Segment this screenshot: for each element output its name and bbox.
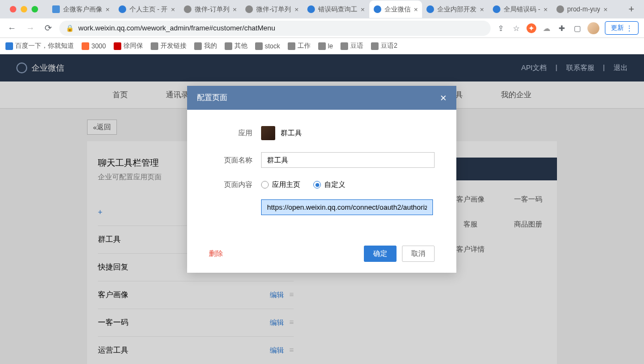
custom-url-input[interactable]	[261, 199, 433, 215]
share-icon[interactable]: ⇪	[496, 23, 506, 33]
back-button[interactable]: ←	[5, 23, 18, 33]
traffic-lights	[4, 6, 44, 12]
label-name: 页面名称	[209, 155, 252, 165]
url-input[interactable]: 🔒 work.weixin.qq.com/wework_admin/frame#…	[59, 21, 491, 36]
favicon	[556, 5, 564, 13]
page-name-input[interactable]	[261, 152, 435, 168]
bookmark[interactable]: 百度一下，你就知道	[5, 41, 74, 51]
folder-icon	[255, 42, 263, 50]
bookmark[interactable]: le	[318, 42, 333, 50]
address-bar: ← → ⟳ 🔒 work.weixin.qq.com/wework_admin/…	[0, 18, 644, 38]
star-icon[interactable]: ☆	[511, 23, 521, 33]
browser-tab[interactable]: 企微客户画像×	[48, 1, 114, 18]
favicon	[307, 5, 315, 13]
folder-icon	[151, 42, 158, 50]
label-app: 应用	[209, 128, 252, 138]
reload-button[interactable]: ⟳	[42, 23, 54, 33]
delete-link[interactable]: 删除	[209, 249, 223, 259]
folder-icon	[371, 42, 379, 50]
folder-icon	[194, 42, 202, 50]
close-icon[interactable]: ×	[233, 5, 237, 14]
bookmark[interactable]: 豆语	[340, 41, 363, 51]
bookmark[interactable]: 豆语2	[371, 41, 398, 51]
browser-tab[interactable]: 微伴-订单列×	[241, 1, 303, 18]
browser-tab[interactable]: 微伴-订单列×	[179, 1, 242, 18]
close-icon[interactable]: ×	[440, 92, 447, 103]
app-name: 群工具	[281, 128, 302, 138]
browser-tab[interactable]: 全局错误码 -×	[488, 1, 552, 18]
new-tab-button[interactable]: +	[623, 4, 640, 15]
close-icon[interactable]: ×	[106, 5, 110, 14]
close-icon[interactable]: ×	[171, 5, 175, 14]
confirm-button[interactable]: 确定	[364, 246, 397, 262]
bookmark[interactable]: 3000	[82, 42, 106, 50]
browser-tab[interactable]: 错误码查询工×	[303, 1, 369, 18]
puzzle-icon[interactable]: ✚	[557, 23, 567, 33]
extension-icon[interactable]: ✦	[527, 23, 536, 33]
close-window[interactable]	[10, 6, 16, 12]
browser-tabs: 企微客户画像× 个人主页 - 开× 微伴-订单列× 微伴-订单列× 错误码查询工…	[48, 1, 623, 18]
app-icon	[261, 126, 275, 140]
bookmark-icon	[82, 42, 89, 50]
radio-app-home[interactable]: 应用主页	[261, 180, 300, 190]
radio-icon	[261, 181, 269, 189]
bookmark-icon	[114, 42, 121, 50]
favicon	[426, 5, 434, 13]
forward-button[interactable]: →	[24, 23, 37, 33]
bookmarks-bar: 百度一下，你就知道 3000 徐同保 开发链接 我的 其他 stock 工作 l…	[0, 38, 644, 54]
bookmark-icon	[5, 42, 13, 50]
browser-tab-active[interactable]: 企业微信×	[369, 1, 423, 18]
favicon	[493, 5, 500, 13]
update-button[interactable]: 更新 ⋮	[605, 21, 639, 35]
folder-icon	[225, 42, 232, 50]
minimize-window[interactable]	[21, 6, 27, 12]
close-icon[interactable]: ×	[294, 5, 299, 14]
close-icon[interactable]: ×	[480, 5, 484, 14]
modal-header: 配置页面 ×	[187, 86, 456, 110]
config-modal: 配置页面 × 应用 群工具 页面名称 页面内容 应用主页	[187, 86, 456, 273]
profile-avatar[interactable]	[587, 22, 599, 34]
bookmark[interactable]: 其他	[225, 41, 247, 51]
url-text: work.weixin.qq.com/wework_admin/frame#cu…	[78, 24, 275, 32]
favicon	[245, 5, 253, 13]
lock-icon: 🔒	[66, 24, 74, 32]
bookmark[interactable]: 工作	[288, 41, 311, 51]
folder-icon	[288, 42, 295, 50]
browser-tab[interactable]: 个人主页 - 开×	[114, 1, 179, 18]
favicon	[374, 5, 381, 13]
browser-tab[interactable]: prod-m-yuy×	[552, 1, 612, 18]
radio-custom[interactable]: 自定义	[313, 180, 345, 190]
bookmark[interactable]: 我的	[194, 41, 217, 51]
close-icon[interactable]: ×	[603, 5, 608, 14]
radio-icon	[313, 181, 321, 189]
tab-bar: 企微客户画像× 个人主页 - 开× 微伴-订单列× 微伴-订单列× 错误码查询工…	[0, 0, 644, 18]
browser-tab[interactable]: 企业内部开发×	[422, 1, 488, 18]
panel-icon[interactable]: ▢	[572, 23, 582, 33]
cloud-icon[interactable]: ☁	[542, 23, 552, 33]
favicon	[52, 5, 60, 13]
bookmark[interactable]: 徐同保	[114, 41, 143, 51]
bookmark[interactable]: stock	[255, 42, 280, 50]
favicon	[119, 5, 126, 13]
label-content: 页面内容	[209, 180, 252, 190]
close-icon[interactable]: ×	[543, 5, 548, 14]
close-icon[interactable]: ×	[414, 5, 418, 14]
cancel-button[interactable]: 取消	[402, 246, 435, 262]
folder-icon	[340, 42, 348, 50]
folder-icon	[318, 42, 326, 50]
modal-title: 配置页面	[197, 93, 227, 103]
favicon	[184, 5, 191, 13]
bookmark[interactable]: 开发链接	[151, 41, 187, 51]
close-icon[interactable]: ×	[361, 5, 365, 14]
maximize-window[interactable]	[32, 6, 38, 12]
